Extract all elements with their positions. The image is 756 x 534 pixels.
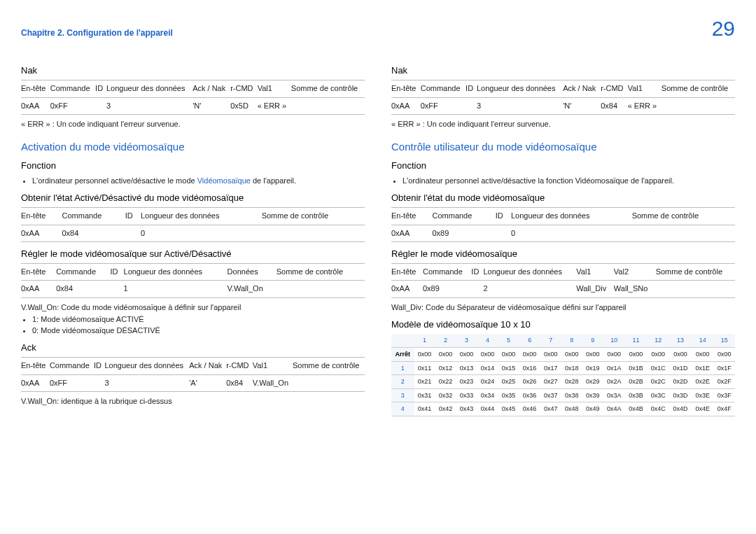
matrix-cell: 0x00 — [713, 348, 735, 362]
matrix-cell: 0x45 — [498, 402, 519, 416]
matrix-col-head: 15 — [713, 334, 735, 347]
matrix-cell: 0x15 — [498, 361, 519, 375]
matrix-col-head: 3 — [456, 334, 477, 347]
set-title: Régler le mode vidéomosaïque — [391, 248, 735, 260]
matrix-cell: 0x23 — [456, 375, 477, 389]
th: En-tête — [21, 208, 62, 225]
th: ID — [125, 208, 141, 225]
matrix-cell: 0x28 — [561, 375, 582, 389]
matrix-cell: 0x24 — [477, 375, 498, 389]
td: V.Wall_On — [227, 281, 276, 297]
td: 0xAA — [391, 225, 433, 241]
td: V.Wall_On — [253, 374, 293, 391]
th: Somme de contrôle — [662, 80, 735, 97]
td — [125, 225, 141, 241]
matrix-cell: 0x34 — [477, 388, 498, 402]
matrix-cell: 0x35 — [498, 388, 519, 402]
matrix-cell: 0x2E — [692, 375, 713, 389]
nak-table-right: En-tête Commande ID Longueur des données… — [391, 80, 735, 115]
matrix-cell: 0x14 — [477, 361, 498, 375]
th: En-tête — [391, 80, 421, 97]
matrix-cell: 0x41 — [414, 402, 435, 416]
matrix-cell: 0x44 — [477, 402, 498, 416]
matrix-cell: 0x4F — [713, 402, 735, 416]
th: ID — [496, 208, 511, 225]
obtain-table-right: En-tête Commande ID Longueur des données… — [391, 207, 735, 242]
matrix-cell: 0x11 — [414, 361, 435, 375]
nak-title: Nak — [21, 64, 365, 77]
matrix-cell: 0x1A — [603, 361, 625, 375]
th: Données — [227, 264, 276, 281]
th: r-CMD — [226, 358, 253, 374]
matrix-off-label: Arrêt — [391, 348, 414, 362]
th: ID — [465, 80, 477, 97]
matrix-cell: 0x00 — [414, 348, 435, 362]
td — [110, 281, 123, 297]
td — [262, 225, 365, 241]
matrix-cell: 0x37 — [540, 388, 561, 402]
th: Somme de contrôle — [632, 208, 735, 225]
matrix-cell: 0x4D — [669, 402, 692, 416]
matrix-cell: 0x39 — [582, 388, 603, 402]
th: Commande — [56, 264, 110, 281]
th: Ack / Nak — [189, 358, 226, 374]
td — [293, 374, 365, 391]
th: Longueur des données — [483, 264, 576, 281]
td: 0 — [141, 225, 262, 241]
matrix-col-head: 8 — [561, 334, 582, 347]
th: Ack / Nak — [192, 80, 230, 97]
td: 0x5D — [230, 97, 257, 114]
nak-title: Nak — [391, 64, 735, 77]
th: Somme de contrôle — [291, 80, 365, 97]
th: En-tête — [21, 80, 50, 97]
matrix-row-head: 2 — [391, 375, 414, 389]
td: 0xFF — [421, 97, 465, 114]
td — [465, 97, 477, 114]
td: « ERR » — [258, 97, 291, 114]
fn-title: Fonction — [21, 160, 365, 172]
matrix-cell: 0x00 — [582, 348, 603, 362]
matrix-cell: 0x4E — [692, 402, 713, 416]
td: 2 — [483, 281, 576, 297]
td: 0xAA — [21, 374, 50, 391]
th: ID — [110, 264, 123, 281]
matrix-cell: 0x2C — [647, 375, 669, 389]
bullet: 1: Mode vidéomosaïque ACTIVÉ — [32, 314, 365, 325]
th: ID — [94, 358, 105, 374]
td — [94, 374, 105, 391]
matrix-col-head: 13 — [669, 334, 692, 347]
page-number: 29 — [712, 14, 735, 43]
matrix-cell: 0x00 — [477, 348, 498, 362]
th: Commande — [50, 358, 94, 374]
th: Commande — [421, 80, 465, 97]
matrix-cell: 0x1B — [625, 361, 647, 375]
err-note: « ERR » : Un code indiquant l'erreur sur… — [391, 119, 735, 129]
td: 'N' — [192, 97, 230, 114]
matrix-cell: 0x29 — [582, 375, 603, 389]
td: Wall_SNo — [614, 281, 656, 297]
th: Longueur des données — [104, 358, 189, 374]
obtain-title: Obtenir l'état du mode vidéomosaïque — [391, 192, 735, 204]
matrix-cell: 0x1F — [713, 361, 735, 375]
th: r-CMD — [601, 80, 627, 97]
td: 'N' — [563, 97, 601, 114]
matrix-cell: 0x49 — [582, 402, 603, 416]
th: Val1 — [576, 264, 614, 281]
matrix-cell: 0x27 — [540, 375, 561, 389]
set-table-right: En-tête Commande ID Longueur des données… — [391, 263, 735, 298]
th: ID — [471, 264, 483, 281]
td — [291, 97, 365, 114]
th: Longueur des données — [106, 80, 192, 97]
matrix-cell: 0x4A — [603, 402, 625, 416]
matrix-col-head: 9 — [582, 334, 603, 347]
matrix-col-head: 1 — [414, 334, 435, 347]
matrix-cell: 0x43 — [456, 402, 477, 416]
matrix-cell: 0x38 — [561, 388, 582, 402]
td: 0xAA — [21, 281, 56, 297]
section-title: Contrôle utilisateur du mode vidéomosaïq… — [391, 139, 735, 154]
ack-title: Ack — [21, 342, 365, 354]
th: En-tête — [391, 208, 433, 225]
matrix-title: Modèle de vidéomosaïque 10 x 10 — [391, 318, 735, 331]
matrix-cell: 0x18 — [561, 361, 582, 375]
matrix-cell: 0x22 — [435, 375, 456, 389]
